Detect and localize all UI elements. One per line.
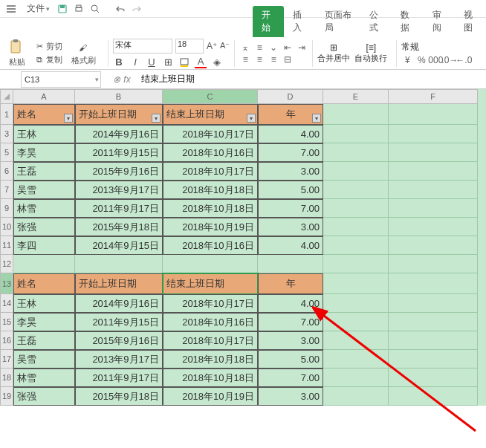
cell-empty[interactable] bbox=[389, 143, 478, 162]
cell-empty[interactable] bbox=[323, 369, 389, 387]
cell-empty[interactable] bbox=[258, 255, 323, 273]
table-header-cell[interactable]: 结束上班日期 bbox=[163, 273, 258, 294]
table-header-cell[interactable]: 结束上班日期▾ bbox=[163, 104, 258, 125]
file-menu[interactable]: 文件▾ bbox=[21, 2, 56, 15]
wrap-text-button[interactable]: [≡] 自动换行 bbox=[354, 42, 387, 64]
underline-button[interactable]: U bbox=[146, 56, 158, 68]
cell-empty[interactable] bbox=[389, 255, 478, 273]
row-header[interactable]: 9 bbox=[0, 199, 13, 218]
table-cell[interactable]: 张强 bbox=[13, 387, 75, 406]
table-cell[interactable]: 3.00 bbox=[258, 331, 323, 350]
undo-icon[interactable] bbox=[114, 2, 127, 16]
indent-inc-icon[interactable]: ⇥ bbox=[296, 42, 308, 53]
dec-dec-icon[interactable]: ←.0 bbox=[458, 55, 470, 65]
comma-icon[interactable]: 000 bbox=[430, 55, 441, 65]
paste-button[interactable]: 粘贴 bbox=[4, 39, 30, 68]
table-cell[interactable]: 李昊 bbox=[13, 143, 75, 162]
cell-empty[interactable] bbox=[389, 181, 478, 199]
table-cell[interactable]: 2015年9月18日 bbox=[75, 387, 163, 406]
row-header[interactable]: 1 bbox=[0, 104, 13, 125]
table-cell[interactable]: 林雪 bbox=[13, 199, 75, 218]
number-format-select[interactable]: 常规 bbox=[401, 41, 446, 53]
name-box[interactable]: C13▾ bbox=[21, 71, 101, 88]
table-cell[interactable]: 4.00 bbox=[258, 294, 323, 313]
row-header[interactable]: 11 bbox=[0, 236, 13, 255]
table-cell[interactable]: 2015年9月16日 bbox=[75, 331, 163, 350]
row-header[interactable]: 5 bbox=[0, 143, 13, 162]
font-name-select[interactable]: 宋体 bbox=[113, 39, 172, 53]
col-header-C[interactable]: C bbox=[163, 89, 258, 104]
cell-empty[interactable] bbox=[389, 350, 478, 369]
redo-icon[interactable] bbox=[130, 2, 143, 16]
cell-empty[interactable] bbox=[389, 273, 478, 294]
cell-empty[interactable] bbox=[323, 255, 389, 273]
tab-4[interactable]: 数据 bbox=[392, 6, 423, 37]
table-cell[interactable]: 2015年9月16日 bbox=[75, 162, 163, 181]
table-header-cell[interactable]: 姓名▾ bbox=[13, 104, 75, 125]
cell-empty[interactable] bbox=[323, 294, 389, 313]
cut-button[interactable]: ✂剪切 bbox=[31, 40, 65, 53]
table-cell[interactable]: 3.00 bbox=[258, 162, 323, 181]
filter-arrow-icon[interactable]: ▾ bbox=[152, 114, 161, 123]
merge-alt-icon[interactable]: ⊟ bbox=[282, 54, 294, 65]
filter-arrow-icon[interactable]: ▾ bbox=[64, 114, 73, 123]
table-cell[interactable]: 李昊 bbox=[13, 313, 75, 331]
print-icon[interactable] bbox=[72, 2, 85, 16]
cell-empty[interactable] bbox=[389, 331, 478, 350]
table-cell[interactable]: 2018年10月16日 bbox=[163, 236, 258, 255]
table-cell[interactable]: 2018年10月19日 bbox=[163, 387, 258, 406]
cell-empty[interactable] bbox=[323, 236, 389, 255]
table-cell[interactable]: 4.00 bbox=[258, 236, 323, 255]
percent-icon[interactable]: % bbox=[415, 55, 427, 65]
cell-empty[interactable] bbox=[389, 313, 478, 331]
spreadsheet-grid[interactable]: ABCDEF1姓名▾开始上班日期▾结束上班日期▾年▾3王林2014年9月16日2… bbox=[0, 89, 486, 406]
table-cell[interactable]: 5.00 bbox=[258, 350, 323, 369]
merge-center-button[interactable]: ⊞ 合并居中 bbox=[317, 42, 350, 64]
row-header[interactable]: 7 bbox=[0, 181, 13, 199]
cell-empty[interactable] bbox=[75, 255, 163, 273]
table-header-cell[interactable]: 开始上班日期 bbox=[75, 273, 163, 294]
row-header[interactable]: 15 bbox=[0, 313, 13, 331]
table-cell[interactable]: 7.00 bbox=[258, 143, 323, 162]
table-cell[interactable]: 2018年10月18日 bbox=[163, 181, 258, 199]
cell-empty[interactable] bbox=[389, 104, 478, 125]
table-cell[interactable]: 4.00 bbox=[258, 125, 323, 143]
table-cell[interactable]: 2013年9月17日 bbox=[75, 181, 163, 199]
table-cell[interactable]: 2018年10月17日 bbox=[163, 162, 258, 181]
currency-icon[interactable]: ¥ bbox=[401, 55, 413, 65]
table-header-cell[interactable]: 年▾ bbox=[258, 104, 323, 125]
table-header-cell[interactable]: 年 bbox=[258, 273, 323, 294]
decrease-font-icon[interactable]: A⁻ bbox=[220, 41, 230, 51]
table-cell[interactable]: 2018年10月18日 bbox=[163, 199, 258, 218]
table-cell[interactable]: 2014年9月16日 bbox=[75, 294, 163, 313]
table-cell[interactable]: 王磊 bbox=[13, 162, 75, 181]
col-header-F[interactable]: F bbox=[389, 89, 478, 104]
table-cell[interactable]: 7.00 bbox=[258, 313, 323, 331]
align-right-icon[interactable]: ≡ bbox=[268, 54, 279, 65]
table-cell[interactable]: 2018年10月16日 bbox=[163, 143, 258, 162]
cell-empty[interactable] bbox=[323, 143, 389, 162]
table-cell[interactable]: 2013年9月17日 bbox=[75, 350, 163, 369]
cell-empty[interactable] bbox=[389, 199, 478, 218]
table-cell[interactable]: 2011年9月17日 bbox=[75, 369, 163, 387]
table-cell[interactable]: 吴雪 bbox=[13, 350, 75, 369]
table-cell[interactable]: 2014年9月15日 bbox=[75, 236, 163, 255]
col-header-E[interactable]: E bbox=[323, 89, 389, 104]
row-header[interactable]: 10 bbox=[0, 218, 13, 236]
table-cell[interactable]: 2018年10月17日 bbox=[163, 125, 258, 143]
align-center-icon[interactable]: ≡ bbox=[253, 54, 265, 65]
effects-button[interactable]: ◈ bbox=[211, 56, 223, 68]
cell-empty[interactable] bbox=[323, 273, 389, 294]
align-middle-icon[interactable]: ≡ bbox=[253, 42, 265, 53]
table-cell[interactable]: 2018年10月16日 bbox=[163, 313, 258, 331]
table-cell[interactable]: 2015年9月18日 bbox=[75, 218, 163, 236]
table-cell[interactable]: 5.00 bbox=[258, 181, 323, 199]
cell-empty[interactable] bbox=[13, 255, 75, 273]
tab-1[interactable]: 插入 bbox=[284, 6, 315, 37]
table-cell[interactable]: 张强 bbox=[13, 218, 75, 236]
cell-empty[interactable] bbox=[323, 199, 389, 218]
row-header[interactable]: 13 bbox=[0, 273, 13, 294]
fx-icon[interactable]: ⊗fx bbox=[107, 74, 137, 85]
table-cell[interactable]: 2018年10月19日 bbox=[163, 218, 258, 236]
filter-arrow-icon[interactable]: ▾ bbox=[312, 114, 321, 123]
